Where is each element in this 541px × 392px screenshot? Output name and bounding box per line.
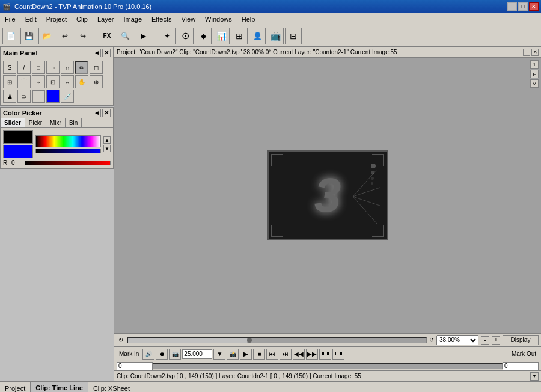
puppet-tool[interactable]: ♟ bbox=[3, 90, 16, 103]
arrow-up-icon[interactable]: ▲ bbox=[103, 136, 111, 144]
menu-file[interactable]: File bbox=[0, 13, 20, 25]
chart-button[interactable]: 📊 bbox=[213, 28, 230, 44]
fx-button[interactable]: FX bbox=[99, 28, 115, 44]
diamond-button[interactable]: ◆ bbox=[195, 28, 212, 44]
loop-button[interactable]: ⏸⏸ bbox=[332, 349, 344, 360]
color-picker-controls: ◄ ✕ bbox=[93, 109, 111, 117]
preview-btn-f[interactable]: F bbox=[530, 70, 539, 78]
panel-arrow-button[interactable]: ◄ bbox=[93, 49, 101, 57]
maximize-button[interactable]: □ bbox=[518, 2, 528, 11]
move-tool[interactable]: ✋ bbox=[75, 75, 88, 88]
display-button[interactable]: Display bbox=[503, 335, 539, 345]
frame-start-input[interactable] bbox=[117, 362, 153, 370]
color-gradient-bar[interactable] bbox=[35, 149, 101, 153]
redo-button[interactable]: ↪ bbox=[75, 28, 91, 44]
play-button[interactable]: ▶ bbox=[135, 28, 151, 44]
flip-tool[interactable]: ↔ bbox=[61, 75, 74, 88]
menu-effects[interactable]: Effects bbox=[147, 13, 176, 25]
info-bar: Clip: CountDown2.tvp [ 0 , 149 (150) ] L… bbox=[114, 370, 541, 381]
record-button[interactable]: ⏺ bbox=[156, 349, 168, 360]
transform-tool[interactable]: ⊡ bbox=[46, 75, 60, 88]
tab-clip-timeline[interactable]: Clip: Time Line bbox=[31, 382, 88, 392]
preview-close-button[interactable]: ✕ bbox=[531, 49, 539, 56]
eraser-tool[interactable]: ◻ bbox=[90, 61, 103, 74]
circle-button[interactable]: ⊙ bbox=[177, 28, 194, 44]
stamp-tool[interactable]: ⊕ bbox=[90, 75, 103, 88]
slow-button[interactable]: ⏸⏸ bbox=[319, 349, 331, 360]
minus-button[interactable]: ⊟ bbox=[285, 28, 302, 44]
undo-button[interactable]: ↩ bbox=[57, 28, 73, 44]
camera-button[interactable]: 📷 bbox=[169, 349, 181, 360]
r-slider[interactable] bbox=[25, 161, 111, 165]
timeline-mini-slider[interactable] bbox=[153, 363, 503, 369]
fg-color-swatch[interactable] bbox=[3, 130, 33, 144]
arc-tool[interactable]: ∩ bbox=[61, 61, 74, 74]
menu-help[interactable]: Help bbox=[237, 13, 260, 25]
preview-btn-v[interactable]: V bbox=[530, 79, 539, 88]
brush-tool[interactable]: ✏ bbox=[75, 61, 88, 74]
skip-start-button[interactable]: ⏮ bbox=[266, 349, 278, 360]
screen-button[interactable]: 📺 bbox=[267, 28, 284, 44]
refresh-icon[interactable]: ↻ bbox=[117, 336, 125, 345]
fps-arrow-button[interactable]: ▼ bbox=[213, 349, 225, 360]
stop-button[interactable]: ■ bbox=[253, 349, 265, 360]
zoom-minus-button[interactable]: - bbox=[481, 336, 489, 345]
panel-close-button[interactable]: ✕ bbox=[102, 49, 111, 57]
preview-header: Project: "CountDown2" Clip: "CountDown2.… bbox=[114, 47, 541, 58]
camera2-button[interactable]: 📸 bbox=[227, 349, 239, 360]
select-tool[interactable]: S bbox=[3, 61, 16, 74]
minimize-button[interactable]: ─ bbox=[507, 2, 517, 11]
play-fwd-button[interactable]: ▶ bbox=[240, 349, 252, 360]
menu-project[interactable]: Project bbox=[41, 13, 72, 25]
frame-end-input[interactable] bbox=[503, 362, 539, 370]
tab-project[interactable]: Project bbox=[0, 382, 31, 392]
new-file-button[interactable]: 📄 bbox=[2, 28, 19, 44]
fps-input[interactable]: 25.000 bbox=[182, 349, 212, 359]
color-picker-close[interactable]: ✕ bbox=[102, 109, 111, 117]
menu-edit[interactable]: Edit bbox=[20, 13, 41, 25]
tab-clip-xsheet[interactable]: Clip: XSheet bbox=[88, 382, 135, 392]
next-frame-button[interactable]: ▶▶ bbox=[306, 349, 318, 360]
menu-layer[interactable]: Layer bbox=[93, 13, 119, 25]
grid-button[interactable]: ⊞ bbox=[231, 28, 248, 44]
zoom-plus-button[interactable]: + bbox=[492, 336, 500, 345]
rect-tool[interactable]: □ bbox=[32, 61, 45, 74]
preview-minimize-button[interactable]: ─ bbox=[523, 49, 530, 56]
line-tool[interactable]: / bbox=[17, 61, 31, 74]
prev-frame-button[interactable]: ◀◀ bbox=[293, 349, 305, 360]
color-spectrum[interactable] bbox=[35, 135, 101, 147]
bg-color-swatch[interactable] bbox=[3, 145, 33, 158]
lasso-tool[interactable]: ⌒ bbox=[17, 75, 31, 88]
menu-view[interactable]: View bbox=[176, 13, 200, 25]
open-button[interactable]: 📂 bbox=[38, 28, 55, 44]
circle-tool[interactable]: ○ bbox=[46, 61, 60, 74]
fill-tool[interactable]: ⊃ bbox=[17, 90, 31, 103]
wand-tool[interactable]: ⌁ bbox=[32, 75, 45, 88]
user-button[interactable]: 👤 bbox=[249, 28, 266, 44]
color-tool[interactable] bbox=[32, 90, 45, 103]
volume-button[interactable]: 🔊 bbox=[142, 349, 154, 360]
zoom-select[interactable]: 38.00% 50% 100% bbox=[436, 335, 478, 345]
eyedrop-tool[interactable]: 💉 bbox=[61, 90, 74, 103]
tab-bin[interactable]: Bin bbox=[66, 118, 82, 127]
close-button[interactable]: ✕ bbox=[529, 2, 539, 11]
info-dropdown-button[interactable]: ▼ bbox=[530, 372, 539, 381]
color-picker-arrow[interactable]: ◄ bbox=[93, 109, 101, 117]
menu-clip[interactable]: Clip bbox=[72, 13, 93, 25]
grid-tool[interactable]: ⊞ bbox=[3, 75, 16, 88]
preview-btn-1[interactable]: 1 bbox=[530, 60, 539, 69]
preview-slider[interactable] bbox=[127, 337, 427, 343]
swap-tool[interactable] bbox=[46, 90, 60, 103]
arrow-down-icon[interactable]: ▼ bbox=[103, 145, 111, 152]
tab-slider[interactable]: Slider bbox=[1, 118, 25, 127]
menu-image[interactable]: Image bbox=[118, 13, 147, 25]
tab-mixr[interactable]: Mixr bbox=[46, 118, 66, 127]
timeline-numbers-row bbox=[114, 361, 541, 370]
zoom-refresh-icon[interactable]: ↺ bbox=[429, 337, 434, 343]
tab-pickr[interactable]: Pickr bbox=[25, 118, 46, 127]
save-button[interactable]: 💾 bbox=[20, 28, 37, 44]
magnify-button[interactable]: 🔍 bbox=[117, 28, 133, 44]
brush-button[interactable]: ✦ bbox=[159, 28, 176, 44]
menu-windows[interactable]: Windows bbox=[200, 13, 237, 25]
skip-end-button[interactable]: ⏭ bbox=[280, 349, 292, 360]
